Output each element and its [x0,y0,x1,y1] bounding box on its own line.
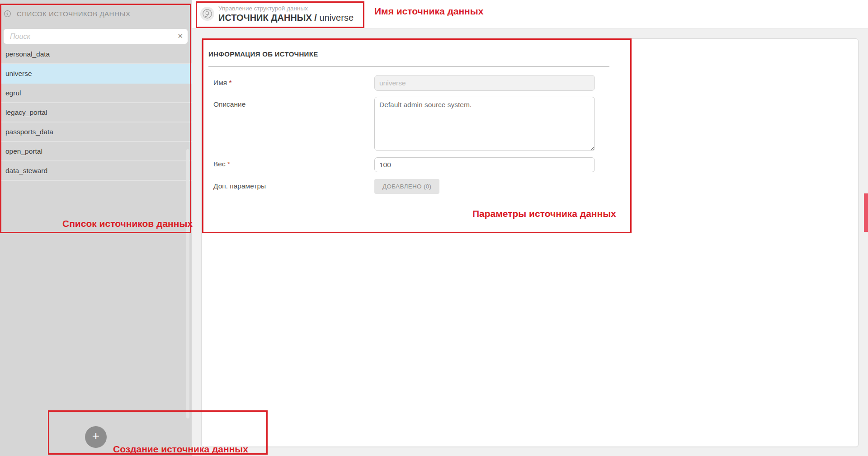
required-mark: * [229,79,232,86]
breadcrumb: Управление структурой данных [218,5,308,12]
list-item-passports_data[interactable]: passports_data [0,122,192,142]
list-item-universe[interactable]: universe [0,64,192,84]
add-source-button[interactable]: + [85,426,107,448]
sidebar-title: СПИСОК ИСТОЧНИКОВ ДАННЫХ [17,10,131,18]
name-input[interactable] [374,75,595,91]
search-box: ✕ [4,29,188,44]
source-info-card: ИНФОРМАЦИЯ ОБ ИСТОЧНИКЕ Имя * Описание D… [201,38,859,447]
back-icon[interactable] [4,10,11,17]
list-item-personal_data[interactable]: personal_data [0,45,192,64]
sidebar-scrollbar[interactable] [186,149,189,418]
page-title: ИСТОЧНИК ДАННЫХ / universe [218,13,354,23]
sidebar-header: СПИСОК ИСТОЧНИКОВ ДАННЫХ [0,0,192,27]
list-item-egrul[interactable]: egrul [0,84,192,103]
section-divider [208,66,609,67]
weight-input[interactable] [374,157,595,172]
required-mark: * [227,160,230,168]
plug-icon [200,7,214,21]
description-label: Описание [213,100,245,108]
extra-params-button[interactable]: ДОБАВЛЕНО (0) [374,179,439,194]
sidebar: СПИСОК ИСТОЧНИКОВ ДАННЫХ ✕ personal_data… [0,0,192,456]
screen: Управление структурой данных ИСТОЧНИК ДА… [0,0,868,456]
page-title-value: universe [319,13,354,23]
list-item-data_steward[interactable]: data_steward [0,161,192,181]
search-input[interactable] [4,29,188,44]
data-source-list: personal_datauniverseegrullegacy_portalp… [0,45,192,181]
clear-search-icon[interactable]: ✕ [177,32,183,40]
right-edge-accent-bar [864,193,868,232]
list-item-open_portal[interactable]: open_portal [0,142,192,161]
name-label: Имя * [213,79,232,87]
section-title: ИНФОРМАЦИЯ ОБ ИСТОЧНИКЕ [208,50,318,58]
weight-label: Вес * [213,160,230,168]
list-item-legacy_portal[interactable]: legacy_portal [0,103,192,122]
description-textarea[interactable]: Default admin source system. [374,97,595,151]
page-title-section: ИСТОЧНИК ДАННЫХ / [218,13,317,23]
extra-params-label: Доп. параметры [213,182,266,190]
